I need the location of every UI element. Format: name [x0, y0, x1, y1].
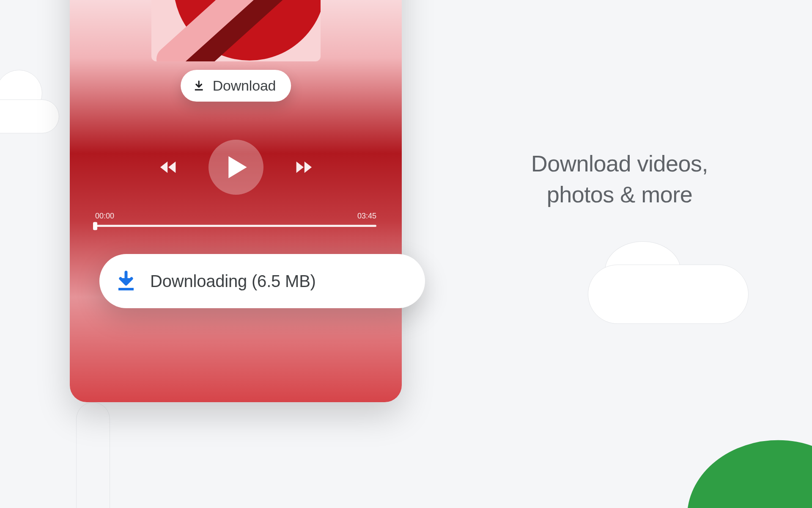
download-button-label: Download — [213, 77, 276, 94]
album-art — [151, 0, 321, 61]
rewind-button[interactable] — [159, 160, 179, 175]
time-current: 00:00 — [95, 212, 114, 221]
playback-timeline[interactable]: 00:00 03:45 — [95, 212, 376, 227]
cloud-shape — [588, 265, 749, 324]
time-total: 03:45 — [357, 212, 376, 221]
hill-shape — [682, 434, 812, 508]
progress-scrubber[interactable] — [93, 222, 97, 230]
downloading-status-pill[interactable]: Downloading (6.5 MB) — [99, 254, 425, 308]
download-progress-icon — [116, 271, 136, 292]
svg-marker-1 — [168, 162, 176, 173]
downloading-status-label: Downloading (6.5 MB) — [150, 272, 316, 291]
headline-line-1: Download videos, — [461, 148, 778, 179]
headline-line-2: photos & more — [461, 179, 778, 210]
svg-marker-2 — [160, 162, 167, 173]
svg-marker-3 — [228, 156, 247, 178]
phone-mockup: Download 00: — [70, 0, 402, 402]
fast-forward-button[interactable] — [293, 160, 313, 175]
media-controls — [159, 140, 313, 195]
svg-marker-5 — [304, 162, 311, 173]
feature-headline: Download videos, photos & more — [461, 148, 778, 210]
download-icon — [192, 80, 205, 92]
cloud-shape — [0, 99, 59, 133]
progress-bar[interactable] — [95, 225, 376, 227]
play-button[interactable] — [208, 140, 263, 195]
download-button[interactable]: Download — [181, 70, 291, 102]
svg-marker-4 — [296, 162, 303, 173]
cloud-stem-shape — [76, 402, 110, 508]
svg-rect-7 — [118, 288, 134, 290]
svg-rect-0 — [195, 89, 203, 90]
